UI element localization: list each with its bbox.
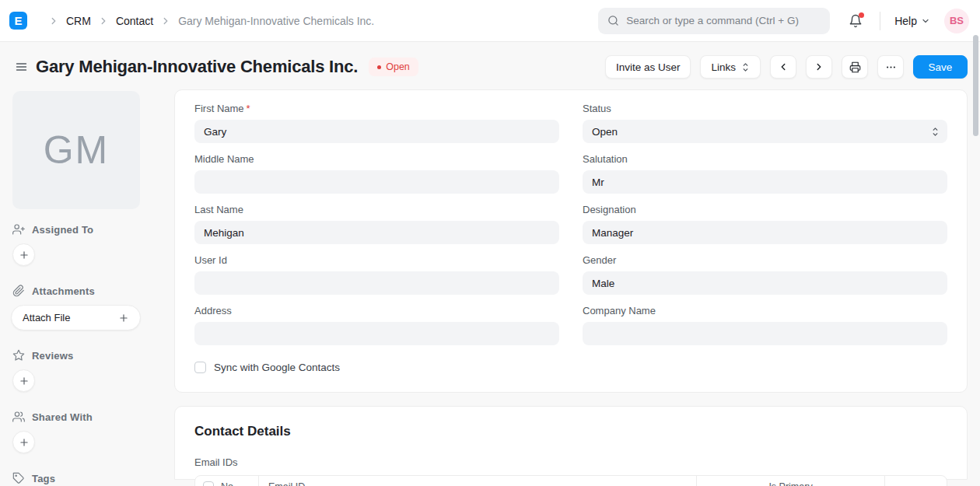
more-options-button[interactable]: [877, 55, 904, 79]
table-header-spacer: [885, 476, 947, 486]
company-name-field: Company Name: [583, 305, 947, 345]
invite-as-user-button[interactable]: Invite as User: [605, 55, 691, 79]
gender-field: Gender: [583, 254, 947, 295]
tags-section: Tags: [12, 472, 141, 484]
paperclip-icon: [12, 285, 25, 297]
plus-icon: [19, 376, 30, 386]
user-id-field: User Id: [194, 254, 559, 295]
navbar-divider: [880, 12, 880, 30]
last-name-input[interactable]: [194, 221, 559, 244]
sync-google-contacts-row: Sync with Google Contacts: [194, 362, 559, 373]
next-record-button[interactable]: [806, 55, 832, 79]
chevron-down-icon: [921, 16, 930, 26]
chevron-right-icon: [814, 61, 824, 72]
invite-as-user-label: Invite as User: [616, 61, 681, 73]
address-input[interactable]: [194, 322, 559, 345]
links-dropdown-button[interactable]: Links: [700, 55, 761, 79]
chevron-right-icon: [160, 16, 171, 26]
help-menu[interactable]: Help: [894, 15, 930, 27]
breadcrumb: CRM Contact Gary Mehigan-Innovative Chem…: [41, 15, 374, 27]
previous-record-button[interactable]: [770, 55, 796, 79]
chevron-right-icon: [48, 16, 59, 26]
plus-icon: [19, 437, 30, 448]
tags-label: Tags: [32, 473, 55, 484]
last-name-field: Last Name: [194, 204, 559, 244]
navbar-right: Help BS: [598, 8, 969, 34]
contact-form-card: First Name* Status Open Middle Name: [174, 89, 968, 393]
breadcrumb-contact[interactable]: Contact: [116, 15, 153, 27]
save-button[interactable]: Save: [913, 55, 968, 79]
attach-file-button[interactable]: Attach File: [11, 305, 141, 330]
help-label: Help: [894, 15, 917, 27]
attachments-label: Attachments: [32, 285, 95, 297]
sync-google-contacts-label: Sync with Google Contacts: [214, 362, 340, 373]
user-initials: BS: [950, 15, 964, 26]
attachments-section: Attachments: [12, 285, 141, 297]
email-ids-table: No. Email ID Is Primary: [194, 475, 947, 486]
middle-name-input[interactable]: [194, 170, 559, 194]
assigned-to-section: Assigned To: [12, 223, 141, 236]
app-window: E CRM Contact Gary Mehigan-Innovative Ch…: [0, 0, 980, 486]
tag-icon: [12, 472, 25, 484]
user-plus-icon: [12, 223, 25, 236]
contact-avatar[interactable]: GM: [12, 91, 140, 209]
menu-icon: [14, 61, 29, 73]
print-button[interactable]: [842, 55, 868, 79]
attach-file-label: Attach File: [23, 312, 70, 323]
gender-input[interactable]: [583, 271, 947, 295]
assigned-to-label: Assigned To: [32, 224, 93, 236]
save-label: Save: [929, 61, 953, 73]
first-name-input[interactable]: [194, 120, 559, 143]
main-form-area: First Name* Status Open Middle Name: [174, 89, 968, 480]
gender-label: Gender: [583, 254, 947, 266]
reviews-section: Reviews: [12, 349, 141, 362]
user-avatar[interactable]: BS: [944, 9, 969, 33]
add-review-button[interactable]: [12, 369, 35, 392]
table-header-email-id: Email ID: [259, 476, 697, 486]
address-field: Address: [194, 305, 559, 345]
middle-name-label: Middle Name: [194, 153, 559, 165]
vertical-scrollbar[interactable]: [973, 35, 978, 136]
app-logo[interactable]: E: [9, 12, 27, 30]
status-badge: Open: [369, 58, 418, 76]
company-name-input[interactable]: [583, 322, 947, 345]
add-assignment-button[interactable]: [12, 243, 35, 266]
salutation-field: Salutation: [583, 153, 947, 194]
status-label: Status: [583, 103, 947, 114]
sync-google-contacts-checkbox[interactable]: [194, 362, 206, 373]
search-input[interactable]: [626, 15, 821, 26]
status-field: Status Open: [583, 103, 947, 143]
chevron-left-icon: [778, 61, 789, 72]
breadcrumb-record[interactable]: Gary Mehigan-Innovative Chemicals Inc.: [178, 15, 374, 27]
status-dot-icon: [377, 65, 381, 69]
notifications-button[interactable]: [849, 14, 863, 28]
select-all-checkbox[interactable]: [203, 481, 214, 486]
form-grid: First Name* Status Open Middle Name: [194, 103, 947, 373]
designation-input[interactable]: [583, 221, 947, 244]
page-header: Gary Mehigan-Innovative Chemicals Inc. O…: [0, 42, 980, 89]
user-id-input[interactable]: [194, 271, 559, 295]
shared-with-section: Shared With: [12, 411, 141, 423]
table-header-is-primary: Is Primary: [697, 476, 885, 486]
status-badge-label: Open: [386, 61, 410, 72]
printer-icon: [849, 61, 861, 73]
plus-icon: [19, 250, 30, 260]
salutation-input[interactable]: [583, 170, 947, 194]
last-name-label: Last Name: [194, 204, 559, 215]
user-id-label: User Id: [194, 254, 559, 266]
header-actions: Invite as User Links Save: [605, 55, 968, 79]
status-select[interactable]: Open: [583, 120, 947, 143]
notification-dot: [859, 12, 864, 18]
sidebar-toggle-button[interactable]: [8, 55, 34, 79]
breadcrumb-crm[interactable]: CRM: [66, 15, 91, 27]
links-label: Links: [711, 61, 736, 73]
contact-details-card: Contact Details Email IDs No. Email ID I…: [174, 406, 968, 480]
global-search[interactable]: [598, 8, 830, 34]
add-share-button[interactable]: [12, 431, 35, 453]
search-icon: [607, 15, 619, 26]
contact-details-heading: Contact Details: [194, 424, 947, 439]
top-navbar: E CRM Contact Gary Mehigan-Innovative Ch…: [0, 0, 980, 42]
record-sidebar: GM Assigned To Attachments Attach File: [11, 89, 141, 486]
reviews-label: Reviews: [32, 350, 73, 362]
designation-label: Designation: [583, 204, 947, 215]
